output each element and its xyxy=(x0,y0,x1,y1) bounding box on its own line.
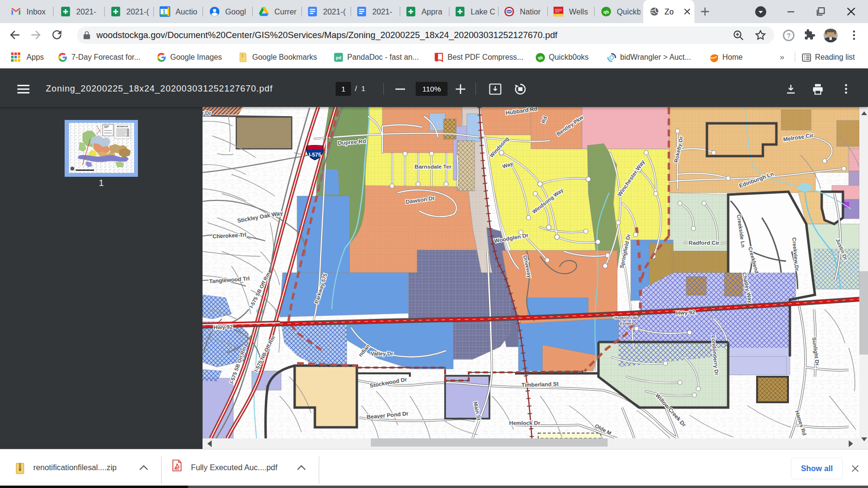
svg-text:Hwy 92: Hwy 92 xyxy=(676,309,695,316)
svg-text:Timberland St: Timberland St xyxy=(521,381,559,388)
svg-text:pd: pd xyxy=(336,55,341,60)
svg-text:Hemlock Dr: Hemlock Dr xyxy=(509,420,541,426)
svg-text:qb: qb xyxy=(538,55,543,60)
svg-text:Radford Cir: Radford Cir xyxy=(689,239,719,246)
svg-text:PDF: PDF xyxy=(175,468,179,471)
svg-text:1: 1 xyxy=(163,9,165,14)
svg-text:Hopkins Lake: Hopkins Lake xyxy=(614,316,640,320)
svg-text:AMC: AMC xyxy=(506,10,513,13)
svg-text:r Dr: r Dr xyxy=(203,110,211,116)
svg-text:I-575: I-575 xyxy=(309,152,322,158)
svg-text:WOODSTOCK: WOODSTOCK xyxy=(117,126,128,128)
svg-text:Barnsdale Ter: Barnsdale Ter xyxy=(415,163,452,170)
svg-text:?: ? xyxy=(787,32,791,40)
svg-text:Hwy 92: Hwy 92 xyxy=(214,323,233,330)
svg-text:Estates: Estates xyxy=(620,321,634,326)
svg-text:Valley Dr: Valley Dr xyxy=(371,351,393,356)
svg-text:qb: qb xyxy=(603,9,609,14)
